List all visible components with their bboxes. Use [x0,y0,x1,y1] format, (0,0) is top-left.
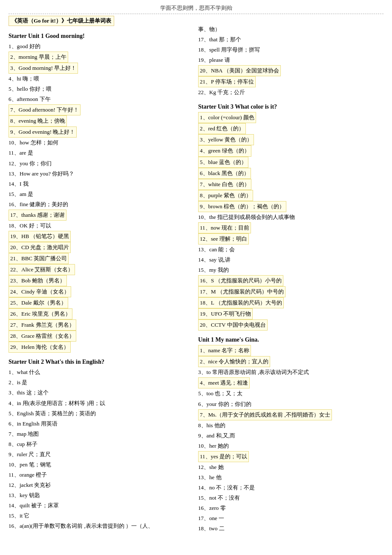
list-item: 11、yes 是的；可以 [198,451,383,462]
list-item: 10、her 她的 [198,441,383,451]
list-item: 8、purple 紫色（的） [198,190,383,201]
left-column: 《英语（Go for it!）》七年级上册单词表 Starter Unit 1 … [9,16,194,534]
list-item: 26、Eric 埃里克（男名） [9,308,194,319]
list-item: 12、she 她 [198,462,383,472]
book-title: 《英语（Go for it!）》七年级上册单词表 [9,16,114,26]
list-item: 22、Alice 艾丽斯（女名） [9,264,194,275]
list-item: 14、no 不；没有；不是 [198,483,383,493]
list-item: 6、your 你的；你们的 [198,399,383,409]
list-item: 21、BBC 英国广播公司 [9,253,194,264]
list-item: 19、please 请 [198,55,383,65]
list-item: 8、his 他的 [198,420,383,431]
list-item: 1、color (=colour) 颜色 [198,112,383,123]
list-item: 15、am 是 [9,189,194,199]
list-item: 2、morning 早晨；上午 [9,52,194,63]
section1-cont-items: 事、物）17、that 那；那个18、spell 用字母拼；拼写19、pleas… [198,24,383,98]
list-item: 4、meet 遇见；相逢 [198,377,383,388]
list-item: 17、that 那；那个 [198,35,383,45]
list-item: 20、CCTV 中国中央电视台 [198,319,383,331]
list-item: 14、say 说,讲 [198,255,383,265]
list-item: 1、name 名字；名称 [198,345,383,356]
list-item: 16、zero 零 [198,503,383,513]
list-item: 17、thanks 感谢；谢谢 [9,210,194,221]
list-item: 17、M （尤指服装的尺码）中号的 [198,286,383,297]
list-item: 1、what 什么 [9,367,194,377]
list-item: 8、cup 杯子 [9,439,194,449]
list-item: 10、the 指已提到或易领会到的人或事物 [198,212,383,222]
list-item: 29、Helen 海伦（女名） [9,342,194,353]
section3-title: Starter Unit 3 What color is it? [198,104,383,110]
list-item: 15、my 我的 [198,265,383,275]
list-item: 5、hello 你好；喂 [9,84,194,94]
list-item: 13、can 能；会 [198,244,383,255]
section2-title: Starter Unit 2 What's this in English? [9,359,194,365]
list-item: 5、blue 蓝色（的） [198,157,383,168]
section1-items: 1、good 好的2、morning 早晨；上午3、Good morning! … [9,41,194,353]
list-item: 22、Kg 千克；公斤 [198,87,383,98]
list-item: 12、you 你；你们 [9,158,194,169]
list-item: 17、one 一 [198,513,383,523]
section1-title: Starter Unit 1 Good morning! [9,33,194,40]
list-item: 9、brown 棕色（的）；褐色（的） [198,201,383,212]
list-item: 3、Good morning! 早上好！ [9,63,194,74]
list-item: 2、red 红色（的） [198,123,383,134]
list-item: 13、he 他 [198,472,383,483]
list-item: 6、in English 用英语 [9,419,194,429]
list-item: 14、I 我 [9,179,194,189]
list-item: 9、Good evening! 晚上好！ [9,127,194,138]
list-item: 12、see 理解；明白 [198,233,383,244]
list-item: 15、it 它 [9,511,194,521]
list-item: 14、quilt 被子；床罩 [9,500,194,511]
list-item: 10、how 怎样；如何 [9,138,194,148]
list-item: 7、map 地图 [9,429,194,439]
list-item: 8、evening 晚上；傍晚 [9,115,194,127]
list-item: 18、OK 好；可以 [9,221,194,231]
list-item: 28、Grace 格雷丝（女名） [9,331,194,342]
list-item: 24、Cindy 辛迪（女名） [9,286,194,297]
list-item: 21、P 停车场；停车位 [198,76,383,87]
list-item: 4、hi 嗨；喂 [9,74,194,84]
list-item: 20、NBA （美国）全国篮球协会 [198,65,383,76]
section3-items: 1、color (=colour) 颜色2、red 红色（的）3、yellow … [198,112,383,331]
list-item: 11、are 是 [9,148,194,158]
list-item: 19、UFO 不明飞行物 [198,308,383,319]
list-item: 5、too 也；又；太 [198,388,383,399]
right-column: 事、物）17、that 那；那个18、spell 用字母拼；拼写19、pleas… [198,16,383,534]
list-item: 3、to 常用语原形动词前 ,表示该动词为不定式 [198,367,383,377]
list-item: 18、two 二 [198,523,383,534]
page-title: 学面不思则惘，思而不学则殆 [9,4,383,14]
list-item: 16、fine 健康的；美好的 [9,199,194,210]
list-item: 7、Good afternoon! 下午好！ [9,104,194,115]
list-item: 11、now 现在；目前 [198,222,383,233]
list-item: 2、is 是 [9,377,194,388]
list-item: 1、good 好的 [9,41,194,52]
list-item: 9、and 和,又,而 [198,431,383,441]
list-item: 15、not 不；没有 [198,493,383,503]
list-item: 7、Ms.（用于女子的姓氏或姓名前 ,不指明婚否）女士 [198,409,383,420]
list-item: 25、Dale 戴尔（男名） [9,297,194,308]
list-item: 19、HB （铅笔芯）硬黑 [9,231,194,242]
section2-items: 1、what 什么2、is 是3、this 这；这个4、in 用(表示使用语言；… [9,367,194,531]
list-item: 4、green 绿色（的） [198,145,383,156]
list-item: 9、ruler 尺；直尺 [9,449,194,460]
section4-items: 1、name 名字；名称2、nice 令人愉快的；宜人的3、to 常用语原形动词… [198,345,383,534]
list-item: 4、in 用(表示使用语言；材料等 )用；以 [9,398,194,408]
list-item: 2、nice 令人愉快的；宜人的 [198,356,383,367]
list-item: 11、orange 橙子 [9,470,194,480]
list-item: 3、this 这；这个 [9,388,194,398]
list-item: 10、pen 笔；钢笔 [9,460,194,470]
list-item: 6、black 黑色（的） [198,168,383,179]
list-item: 16、S （尤指服装的尺码）小号的 [198,275,383,286]
list-item: 3、yellow 黄色（的） [198,134,383,145]
list-item: 16、a(an)(用于单数可数名词前 ,表示未曾提到的 ）一（人、 [9,521,194,531]
list-item: 18、L （尤指服装的尺码）大号的 [198,297,383,308]
list-item: 13、key 钥匙 [9,490,194,500]
list-item: 12、jacket 夹克衫 [9,480,194,490]
list-item: 6、afternoon 下午 [9,94,194,104]
list-item: 23、Bob 鲍勃（男名） [9,275,194,286]
list-item: 7、white 白色（的） [198,179,383,190]
list-item: 13、How are you? 你好吗？ [9,169,194,179]
list-item: 27、Frank 弗兰克（男名） [9,319,194,331]
list-item: 18、spell 用字母拼；拼写 [198,45,383,55]
section4-title: Unit 1 My name's Gina. [198,336,383,343]
